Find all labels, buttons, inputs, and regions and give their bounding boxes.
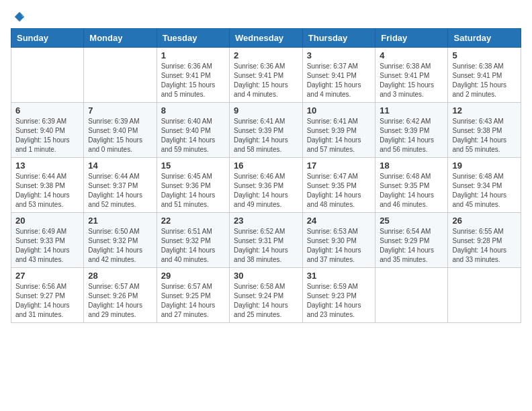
calendar-header-saturday: Saturday bbox=[448, 29, 521, 48]
day-number: 8 bbox=[161, 105, 225, 116]
day-info: Sunrise: 6:57 AM Sunset: 9:26 PM Dayligh… bbox=[88, 282, 152, 320]
day-info: Sunrise: 6:37 AM Sunset: 9:41 PM Dayligh… bbox=[307, 62, 371, 99]
day-number: 5 bbox=[452, 50, 517, 60]
calendar-cell: 11Sunrise: 6:42 AM Sunset: 9:39 PM Dayli… bbox=[375, 103, 448, 158]
calendar-cell: 8Sunrise: 6:40 AM Sunset: 9:40 PM Daylig… bbox=[157, 103, 229, 158]
calendar-cell: 7Sunrise: 6:39 AM Sunset: 9:40 PM Daylig… bbox=[84, 103, 157, 158]
day-number: 10 bbox=[307, 105, 371, 116]
day-info: Sunrise: 6:53 AM Sunset: 9:30 PM Dayligh… bbox=[307, 227, 371, 265]
calendar-cell bbox=[84, 48, 157, 103]
day-info: Sunrise: 6:44 AM Sunset: 9:38 PM Dayligh… bbox=[15, 172, 79, 210]
day-info: Sunrise: 6:44 AM Sunset: 9:37 PM Dayligh… bbox=[88, 172, 152, 210]
day-number: 16 bbox=[234, 161, 298, 171]
calendar-cell bbox=[448, 268, 521, 323]
day-number: 29 bbox=[161, 271, 225, 281]
day-number: 17 bbox=[307, 161, 371, 171]
calendar-cell: 12Sunrise: 6:43 AM Sunset: 9:38 PM Dayli… bbox=[448, 103, 521, 158]
day-info: Sunrise: 6:54 AM Sunset: 9:29 PM Dayligh… bbox=[380, 227, 443, 265]
calendar-cell: 18Sunrise: 6:48 AM Sunset: 9:35 PM Dayli… bbox=[375, 158, 448, 213]
day-info: Sunrise: 6:41 AM Sunset: 9:39 PM Dayligh… bbox=[307, 117, 371, 154]
calendar-week-row: 27Sunrise: 6:56 AM Sunset: 9:27 PM Dayli… bbox=[11, 268, 521, 323]
day-number: 31 bbox=[307, 271, 371, 281]
day-number: 6 bbox=[15, 105, 79, 116]
calendar-header-wednesday: Wednesday bbox=[230, 29, 303, 48]
day-number: 14 bbox=[88, 161, 152, 171]
calendar-header-monday: Monday bbox=[84, 29, 157, 48]
calendar-cell: 31Sunrise: 6:59 AM Sunset: 9:23 PM Dayli… bbox=[302, 268, 375, 323]
calendar-cell: 21Sunrise: 6:50 AM Sunset: 9:32 PM Dayli… bbox=[84, 213, 157, 268]
day-number: 12 bbox=[452, 105, 517, 116]
day-number: 19 bbox=[452, 161, 517, 171]
calendar-cell: 27Sunrise: 6:56 AM Sunset: 9:27 PM Dayli… bbox=[11, 268, 84, 323]
day-info: Sunrise: 6:39 AM Sunset: 9:40 PM Dayligh… bbox=[15, 117, 79, 154]
calendar-cell bbox=[11, 48, 84, 103]
calendar-week-row: 20Sunrise: 6:49 AM Sunset: 9:33 PM Dayli… bbox=[11, 213, 521, 268]
calendar-cell: 26Sunrise: 6:55 AM Sunset: 9:28 PM Dayli… bbox=[448, 213, 521, 268]
calendar-week-row: 13Sunrise: 6:44 AM Sunset: 9:38 PM Dayli… bbox=[11, 158, 521, 213]
day-info: Sunrise: 6:55 AM Sunset: 9:28 PM Dayligh… bbox=[452, 227, 517, 265]
day-number: 21 bbox=[88, 216, 152, 226]
calendar-cell: 25Sunrise: 6:54 AM Sunset: 9:29 PM Dayli… bbox=[375, 213, 448, 268]
day-info: Sunrise: 6:50 AM Sunset: 9:32 PM Dayligh… bbox=[88, 227, 152, 265]
calendar-cell: 19Sunrise: 6:48 AM Sunset: 9:34 PM Dayli… bbox=[448, 158, 521, 213]
logo-icon bbox=[13, 11, 26, 23]
day-info: Sunrise: 6:51 AM Sunset: 9:32 PM Dayligh… bbox=[161, 227, 225, 265]
day-info: Sunrise: 6:57 AM Sunset: 9:25 PM Dayligh… bbox=[161, 282, 225, 320]
day-number: 11 bbox=[380, 105, 443, 116]
logo bbox=[11, 11, 26, 23]
day-info: Sunrise: 6:45 AM Sunset: 9:36 PM Dayligh… bbox=[161, 172, 225, 210]
day-info: Sunrise: 6:46 AM Sunset: 9:36 PM Dayligh… bbox=[234, 172, 298, 210]
day-info: Sunrise: 6:59 AM Sunset: 9:23 PM Dayligh… bbox=[307, 282, 371, 320]
day-number: 23 bbox=[234, 216, 298, 226]
day-info: Sunrise: 6:36 AM Sunset: 9:41 PM Dayligh… bbox=[161, 62, 225, 99]
day-number: 9 bbox=[234, 105, 298, 116]
calendar-cell: 29Sunrise: 6:57 AM Sunset: 9:25 PM Dayli… bbox=[157, 268, 229, 323]
day-number: 13 bbox=[15, 161, 79, 171]
calendar-week-row: 6Sunrise: 6:39 AM Sunset: 9:40 PM Daylig… bbox=[11, 103, 521, 158]
day-info: Sunrise: 6:49 AM Sunset: 9:33 PM Dayligh… bbox=[15, 227, 79, 265]
calendar-cell: 6Sunrise: 6:39 AM Sunset: 9:40 PM Daylig… bbox=[11, 103, 84, 158]
day-number: 20 bbox=[15, 216, 79, 226]
day-info: Sunrise: 6:52 AM Sunset: 9:31 PM Dayligh… bbox=[234, 227, 298, 265]
day-info: Sunrise: 6:40 AM Sunset: 9:40 PM Dayligh… bbox=[161, 117, 225, 154]
calendar-cell: 30Sunrise: 6:58 AM Sunset: 9:24 PM Dayli… bbox=[230, 268, 303, 323]
calendar-cell: 24Sunrise: 6:53 AM Sunset: 9:30 PM Dayli… bbox=[302, 213, 375, 268]
day-info: Sunrise: 6:47 AM Sunset: 9:35 PM Dayligh… bbox=[307, 172, 371, 210]
calendar-cell: 17Sunrise: 6:47 AM Sunset: 9:35 PM Dayli… bbox=[302, 158, 375, 213]
day-info: Sunrise: 6:39 AM Sunset: 9:40 PM Dayligh… bbox=[88, 117, 152, 154]
day-number: 27 bbox=[15, 271, 79, 281]
day-info: Sunrise: 6:42 AM Sunset: 9:39 PM Dayligh… bbox=[380, 117, 443, 154]
day-number: 30 bbox=[234, 271, 298, 281]
day-info: Sunrise: 6:43 AM Sunset: 9:38 PM Dayligh… bbox=[452, 117, 517, 154]
calendar-header-tuesday: Tuesday bbox=[157, 29, 229, 48]
day-info: Sunrise: 6:48 AM Sunset: 9:34 PM Dayligh… bbox=[452, 172, 517, 210]
calendar-header-sunday: Sunday bbox=[11, 29, 84, 48]
calendar-cell: 2Sunrise: 6:36 AM Sunset: 9:41 PM Daylig… bbox=[230, 48, 303, 103]
calendar-cell: 28Sunrise: 6:57 AM Sunset: 9:26 PM Dayli… bbox=[84, 268, 157, 323]
page-header bbox=[11, 11, 521, 23]
day-info: Sunrise: 6:56 AM Sunset: 9:27 PM Dayligh… bbox=[15, 282, 79, 320]
day-number: 22 bbox=[161, 216, 225, 226]
day-info: Sunrise: 6:48 AM Sunset: 9:35 PM Dayligh… bbox=[380, 172, 443, 210]
calendar-cell: 3Sunrise: 6:37 AM Sunset: 9:41 PM Daylig… bbox=[302, 48, 375, 103]
calendar-cell: 10Sunrise: 6:41 AM Sunset: 9:39 PM Dayli… bbox=[302, 103, 375, 158]
calendar-cell: 4Sunrise: 6:38 AM Sunset: 9:41 PM Daylig… bbox=[375, 48, 448, 103]
day-info: Sunrise: 6:38 AM Sunset: 9:41 PM Dayligh… bbox=[452, 62, 517, 99]
day-number: 25 bbox=[380, 216, 443, 226]
calendar-cell bbox=[375, 268, 448, 323]
day-number: 18 bbox=[380, 161, 443, 171]
day-info: Sunrise: 6:36 AM Sunset: 9:41 PM Dayligh… bbox=[234, 62, 298, 99]
day-info: Sunrise: 6:41 AM Sunset: 9:39 PM Dayligh… bbox=[234, 117, 298, 154]
calendar-cell: 20Sunrise: 6:49 AM Sunset: 9:33 PM Dayli… bbox=[11, 213, 84, 268]
day-number: 1 bbox=[161, 50, 225, 60]
calendar-cell: 16Sunrise: 6:46 AM Sunset: 9:36 PM Dayli… bbox=[230, 158, 303, 213]
day-number: 4 bbox=[380, 50, 443, 60]
calendar-cell: 15Sunrise: 6:45 AM Sunset: 9:36 PM Dayli… bbox=[157, 158, 229, 213]
day-number: 15 bbox=[161, 161, 225, 171]
day-number: 2 bbox=[234, 50, 298, 60]
day-number: 24 bbox=[307, 216, 371, 226]
day-number: 3 bbox=[307, 50, 371, 60]
day-number: 26 bbox=[452, 216, 517, 226]
day-number: 7 bbox=[88, 105, 152, 116]
calendar-cell: 1Sunrise: 6:36 AM Sunset: 9:41 PM Daylig… bbox=[157, 48, 229, 103]
